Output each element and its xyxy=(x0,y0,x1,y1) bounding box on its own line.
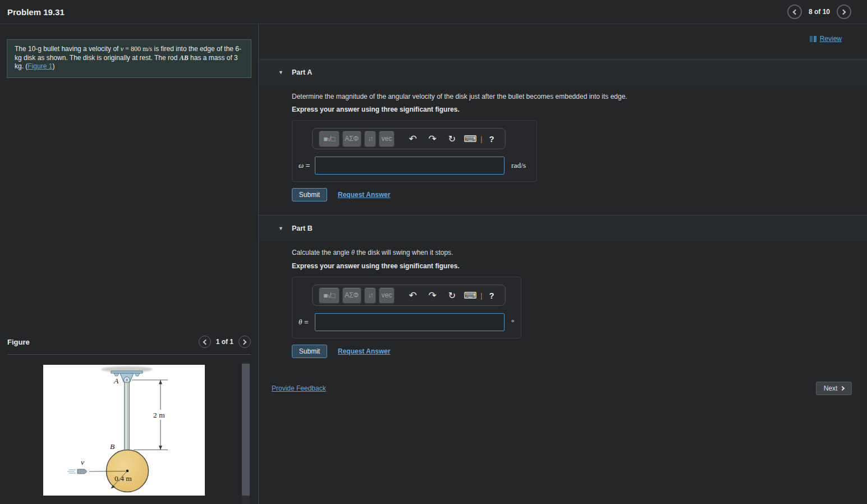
next-item-button[interactable]: Next xyxy=(816,382,852,395)
figure-prev-button[interactable] xyxy=(199,336,211,348)
part-b-submit-row: Submit Request Answer xyxy=(292,345,867,358)
chevron-left-icon xyxy=(793,9,799,15)
review-row: Review xyxy=(810,35,842,43)
figure-header: Figure 1 of 1 xyxy=(0,334,258,350)
problem-statement: The 10-g bullet having a velocity of v =… xyxy=(7,39,251,78)
arrow-down-icon xyxy=(159,446,162,450)
theta-label: θ = xyxy=(299,318,315,327)
part-a-submit-row: Submit Request Answer xyxy=(292,188,867,201)
mount-plate xyxy=(111,371,143,373)
page-title: Problem 19.31 xyxy=(7,7,65,17)
trajectory-line xyxy=(89,471,126,472)
statement-math: = 800 xyxy=(123,45,143,53)
keyboard-icon[interactable]: ⌨ xyxy=(462,134,479,144)
mount-bolt xyxy=(114,373,119,376)
pendulum-disk-diagram: A B 2 m xyxy=(43,365,205,496)
part-a-instruction: Express your answer using three signific… xyxy=(292,106,867,113)
arrow-up-icon xyxy=(159,380,162,384)
collapse-icon[interactable]: ▼ xyxy=(278,70,283,75)
pin-a-center xyxy=(126,379,128,381)
undo-icon[interactable]: ↶ xyxy=(403,133,423,145)
bullet xyxy=(77,469,87,474)
part-b-title: Part B xyxy=(292,224,313,232)
label-disk-radius: 0.4 m xyxy=(114,474,132,483)
figure-link[interactable]: Figure 1 xyxy=(27,62,52,70)
part-a-answer-input[interactable] xyxy=(315,157,504,175)
chevron-right-icon xyxy=(840,386,845,391)
label-velocity: v xyxy=(81,458,84,466)
part-b-request-answer-link[interactable]: Request Answer xyxy=(338,347,391,355)
problem-pager: 8 of 10 xyxy=(787,4,851,19)
toolbar-icons: ↶ ↷ ↻ ⌨ | ? xyxy=(403,133,499,145)
review-link[interactable]: Review xyxy=(820,35,842,43)
part-b-input-row: θ = ° xyxy=(292,313,521,331)
figure-scrollbar-track[interactable] xyxy=(242,362,250,504)
vector-button[interactable]: vec xyxy=(379,287,394,304)
part-b-unit: ° xyxy=(511,318,514,327)
omega-symbol: ω xyxy=(299,161,304,169)
greek-letters-button[interactable]: ΑΣΦ xyxy=(342,287,361,304)
review-icon xyxy=(810,36,816,42)
item-panel: The 10-g bullet having a velocity of v =… xyxy=(0,24,259,504)
prev-problem-button[interactable] xyxy=(787,4,802,19)
figure-title: Figure xyxy=(7,338,30,346)
part-b-body: Calculate the angle θ the disk will swin… xyxy=(259,249,867,358)
figure-next-button[interactable] xyxy=(238,336,251,348)
equation-toolbar: ■√□ ΑΣΦ ↓↑ vec ↶ ↷ ↻ ⌨ | ? xyxy=(312,128,506,149)
part-b-header[interactable]: ▼ Part B xyxy=(259,215,867,241)
keyboard-icon[interactable]: ⌨ xyxy=(462,290,479,301)
description-text: the disk will swing when it stops. xyxy=(355,249,453,256)
provide-feedback-link[interactable]: Provide Feedback xyxy=(272,384,326,392)
updown-arrows-button[interactable]: ↓↑ xyxy=(364,287,377,304)
label-a: A xyxy=(113,377,119,385)
redo-icon[interactable]: ↷ xyxy=(423,133,442,145)
part-b-answer-input[interactable] xyxy=(315,313,504,331)
figure-pager: 1 of 1 xyxy=(199,336,251,348)
collapse-icon[interactable]: ▼ xyxy=(278,226,283,231)
part-a-submit-button[interactable]: Submit xyxy=(292,188,327,201)
part-a-header[interactable]: ▼ Part A xyxy=(259,59,867,85)
help-icon[interactable]: ? xyxy=(484,134,499,144)
next-problem-button[interactable] xyxy=(837,4,851,19)
math-template-button[interactable]: ■√□ xyxy=(319,287,340,304)
chevron-right-icon xyxy=(241,339,247,345)
part-a-description: Determine the magnitude of the angular v… xyxy=(292,93,867,100)
description-text: Calculate the angle xyxy=(292,249,351,256)
part-a-title: Part A xyxy=(292,68,312,76)
footer-row: Provide Feedback Next xyxy=(259,382,867,395)
mount-bolt xyxy=(135,373,140,376)
undo-icon[interactable]: ↶ xyxy=(403,290,423,301)
part-b-answer-box: ■√□ ΑΣΦ ↓↑ vec ↶ ↷ ↻ ⌨ | ? θ = xyxy=(292,277,521,338)
rod-symbol: AB xyxy=(180,54,189,62)
part-b-description: Calculate the angle θ the disk will swin… xyxy=(292,249,867,257)
figure-pager-label: 1 of 1 xyxy=(216,338,233,346)
updown-arrows-button[interactable]: ↓↑ xyxy=(364,131,377,147)
velocity-unit: m/s xyxy=(143,45,152,53)
greek-letters-button[interactable]: ΑΣΦ xyxy=(342,131,361,147)
label-b: B xyxy=(110,442,114,451)
part-a-request-answer-link[interactable]: Request Answer xyxy=(338,191,391,199)
part-a-answer-box: ■√□ ΑΣΦ ↓↑ vec ↶ ↷ ↻ ⌨ | ? ω = xyxy=(292,120,537,182)
part-a-input-row: ω = rad/s xyxy=(292,157,536,175)
part-b-instruction: Express your answer using three signific… xyxy=(292,262,867,270)
figure-scrollbar-thumb[interactable] xyxy=(242,364,250,496)
part-b-submit-button[interactable]: Submit xyxy=(292,345,327,358)
answer-panel: Review ▼ Part A Determine the magnitude … xyxy=(259,24,867,504)
chevron-left-icon xyxy=(203,339,208,345)
figure-section: Figure 1 of 1 xyxy=(0,334,258,504)
rod-highlight xyxy=(126,383,127,450)
chevron-right-icon xyxy=(841,9,846,15)
toolbar-separator: | xyxy=(479,135,484,143)
main-layout: The 10-g bullet having a velocity of v =… xyxy=(0,24,867,504)
statement-text: The 10-g bullet having a velocity of xyxy=(15,45,121,53)
vector-button[interactable]: vec xyxy=(379,131,394,147)
redo-icon[interactable]: ↷ xyxy=(423,290,442,301)
help-icon[interactable]: ? xyxy=(484,291,499,300)
problem-pager-label: 8 of 10 xyxy=(809,8,830,16)
reset-icon[interactable]: ↻ xyxy=(442,290,462,301)
equals-sign: = xyxy=(302,318,308,326)
reset-icon[interactable]: ↻ xyxy=(442,134,462,144)
figure-image: A B 2 m xyxy=(43,365,205,496)
omega-label: ω = xyxy=(299,161,315,170)
math-template-button[interactable]: ■√□ xyxy=(319,131,340,147)
